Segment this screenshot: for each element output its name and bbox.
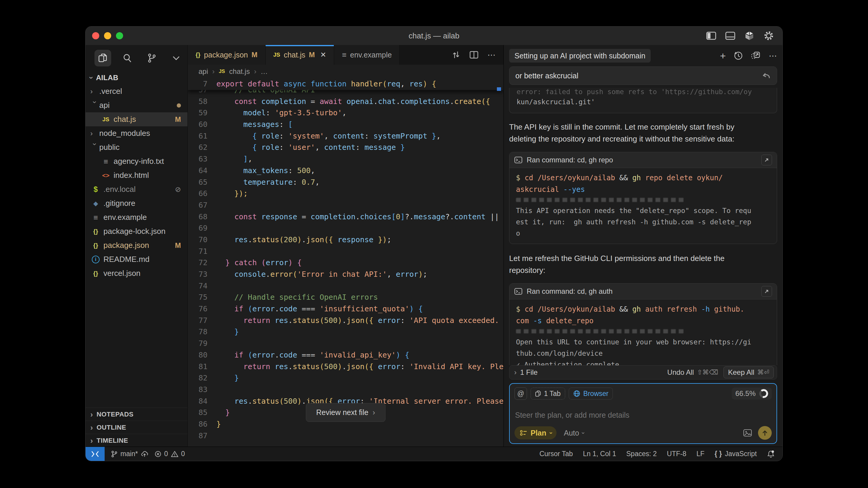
tree-item-api[interactable]: ›api <box>86 98 187 112</box>
code-editor[interactable]: 57 // Call OpenAI API58 const completion… <box>188 78 503 447</box>
code-line-7: 7export default async function handler(r… <box>188 78 503 90</box>
files-count-label[interactable]: 1 File <box>520 368 538 377</box>
sidebar-section-notepads[interactable]: ›NOTEPADS <box>86 408 187 421</box>
tree-item-public[interactable]: ›public <box>86 140 187 154</box>
open-terminal-icon[interactable] <box>761 155 772 165</box>
terminal-icon <box>514 156 523 164</box>
breadcrumb-folder[interactable]: api <box>198 67 208 76</box>
explorer-files-icon[interactable] <box>94 50 111 66</box>
modified-badge: M <box>252 51 257 59</box>
breadcrumb[interactable]: api › JS chat.js › … <box>188 65 503 78</box>
command-output: This API operation needs the "delete_rep… <box>516 205 770 239</box>
chat-composer[interactable]: @ 1 Tab Browser 66.5% <box>509 383 777 444</box>
composer-input[interactable] <box>515 404 772 426</box>
chat-session-tab[interactable]: Setting up an AI project with subdomain <box>509 49 651 63</box>
review-next-file-button[interactable]: Review next file› <box>306 403 385 422</box>
command-title: Ran command: cd, gh repo <box>527 156 613 164</box>
new-chat-icon[interactable]: + <box>720 51 726 61</box>
more-views-chevron-icon[interactable] <box>168 50 185 66</box>
chat-messages: error: failed to push some refs to 'http… <box>509 88 777 365</box>
line-number: 58 <box>188 96 216 107</box>
tree-item--vercel[interactable]: ›.vercel <box>86 84 187 98</box>
tab-chat-js[interactable]: JS chat.js M ✕ <box>266 45 335 65</box>
status-item-cursor-tab[interactable]: Cursor Tab <box>539 450 573 458</box>
tab-package-json[interactable]: {} package.json M <box>188 45 266 65</box>
js-file-icon: JS <box>273 52 280 58</box>
toggle-panel-icon[interactable] <box>725 31 735 40</box>
status-item-ln-1-col-1[interactable]: Ln 1, Col 1 <box>583 450 616 458</box>
tree-item-env-example[interactable]: ≡env.example <box>86 210 187 224</box>
send-button[interactable] <box>758 426 772 440</box>
open-terminal-icon[interactable] <box>761 286 772 297</box>
errors-icon <box>154 451 161 458</box>
split-editor-icon[interactable] <box>469 51 478 59</box>
tree-item--env-local[interactable]: $.env.local⊘ <box>86 182 187 196</box>
titlebar: chat.js — ailab <box>86 27 782 45</box>
attach-image-icon[interactable] <box>743 429 752 437</box>
context-usage-indicator[interactable]: 66.5% <box>732 388 772 399</box>
open-in-window-icon[interactable] <box>751 51 761 61</box>
tree-item-node-modules[interactable]: ›node_modules <box>86 126 187 140</box>
branch-indicator[interactable]: main* <box>111 450 149 458</box>
problems-indicator[interactable]: 0 0 <box>154 450 185 458</box>
line-number: 75 <box>188 292 216 303</box>
browser-context-chip[interactable]: Browser <box>569 388 613 399</box>
status-item-utf-8[interactable]: UTF-8 <box>667 450 686 458</box>
mention-context-button[interactable]: @ <box>515 387 527 400</box>
restore-checkpoint-icon[interactable] <box>761 71 771 80</box>
tree-item-index-html[interactable]: <>index.html <box>86 168 187 182</box>
clipped-output-line <box>516 329 684 333</box>
remote-indicator[interactable] <box>86 447 104 461</box>
undo-all-shortcut: ⇧⌘⌫ <box>697 368 718 376</box>
sidebar-section-timeline[interactable]: ›TIMELINE <box>86 434 187 447</box>
previous-prompt-field[interactable]: or better askcrucial <box>509 66 777 85</box>
chat-more-icon[interactable]: ⋯ <box>769 51 777 61</box>
tree-item-package-lock-json[interactable]: {}package-lock.json <box>86 224 187 238</box>
sync-cloud-icon[interactable] <box>141 451 149 458</box>
code-lines: 57 // Call OpenAI API58 const completion… <box>188 84 503 442</box>
code-line-70: 70 res.status(200).json({ response }); <box>188 234 503 246</box>
line-number: 70 <box>188 234 216 246</box>
line-number: 66 <box>188 188 216 200</box>
braces-file-icon: {} <box>90 228 101 235</box>
tree-item-agency-info-txt[interactable]: ≡agency-info.txt <box>86 154 187 168</box>
language-mode[interactable]: { } JavaScript <box>714 450 757 458</box>
command-card-header[interactable]: Ran command: cd, gh repo <box>509 152 777 168</box>
tab-env-example[interactable]: ≡ env.example <box>334 45 400 65</box>
model-selector[interactable]: Auto ‹ <box>564 429 583 437</box>
tree-item-package-json[interactable]: {}package.jsonM <box>86 238 187 252</box>
plan-mode-selector[interactable]: Plan ‹ <box>515 426 557 440</box>
history-icon[interactable] <box>734 51 743 61</box>
tree-item-label: api <box>99 101 110 110</box>
line-number: 65 <box>188 177 216 188</box>
chevron-right-icon[interactable]: › <box>514 368 517 377</box>
sidebar-section-outline[interactable]: ›OUTLINE <box>86 421 187 434</box>
line-number: 7 <box>188 78 216 90</box>
sticky-scroll-line[interactable]: 7export default async function handler(r… <box>188 78 503 90</box>
cube-icon[interactable] <box>744 31 754 41</box>
tree-item-chat-js[interactable]: JSchat.jsM <box>86 112 187 126</box>
undo-all-button[interactable]: Undo All ⇧⌘⌫ <box>668 368 718 377</box>
command-card-header[interactable]: Ran command: cd, gh auth <box>509 284 777 299</box>
tab-context-chip[interactable]: 1 Tab <box>531 388 565 399</box>
tree-item-readme-md[interactable]: iREADME.md <box>86 252 187 266</box>
line-number: 72 <box>188 257 216 269</box>
source-control-icon[interactable] <box>144 50 160 66</box>
settings-gear-icon[interactable] <box>764 30 774 41</box>
more-actions-icon[interactable]: ⋯ <box>487 50 496 60</box>
notifications-bell-icon[interactable] <box>767 450 775 458</box>
toggle-sidebar-icon[interactable] <box>706 31 716 40</box>
search-icon[interactable] <box>119 50 135 66</box>
compare-changes-icon[interactable] <box>452 51 461 59</box>
status-item-spaces-2[interactable]: Spaces: 2 <box>626 450 657 458</box>
breadcrumb-symbol[interactable]: … <box>260 67 268 76</box>
app-window: chat.js — ailab <box>85 26 783 461</box>
status-item-lf[interactable]: LF <box>696 450 704 458</box>
close-tab-icon[interactable]: ✕ <box>320 51 326 59</box>
keep-all-button[interactable]: Keep All ⌘⏎ <box>723 366 774 378</box>
breadcrumb-file[interactable]: chat.js <box>229 67 250 76</box>
sidebar-root-folder[interactable]: › AILAB <box>86 71 187 84</box>
tree-item-vercel-json[interactable]: {}vercel.json <box>86 266 187 280</box>
tree-item--gitignore[interactable]: ◆.gitignore <box>86 196 187 210</box>
line-number: 77 <box>188 315 216 327</box>
